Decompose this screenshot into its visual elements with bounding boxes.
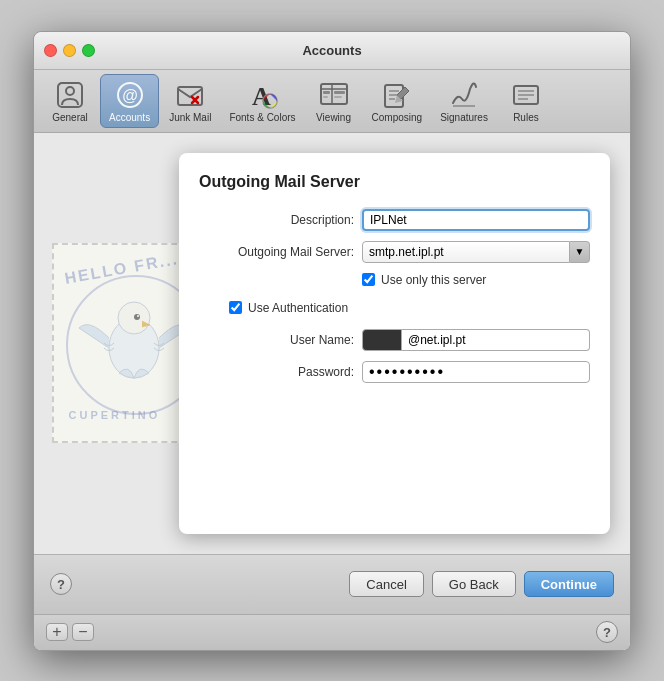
accounts-icon: @	[114, 79, 146, 111]
username-suffix-input[interactable]	[402, 329, 590, 351]
description-row: Description:	[199, 209, 590, 231]
maximize-button[interactable]	[82, 44, 95, 57]
signatures-label: Signatures	[440, 112, 488, 123]
toolbar-viewing[interactable]: Viewing	[306, 75, 362, 127]
server-select-wrapper: ▼	[362, 241, 590, 263]
stamp-cupertino-text: CUPERTINO	[69, 409, 161, 421]
help-icon-label: ?	[57, 577, 65, 592]
toolbar-accounts[interactable]: @ Accounts	[100, 74, 159, 128]
titlebar: Accounts	[34, 32, 630, 70]
toolbar-fonts-colors[interactable]: A Fonts & Colors	[221, 75, 303, 127]
use-only-server-checkbox[interactable]	[362, 273, 375, 286]
toolbar-junk-mail[interactable]: Junk Mail	[161, 75, 219, 127]
use-authentication-label: Use Authentication	[248, 301, 348, 315]
bottom-help-button[interactable]: ?	[596, 621, 618, 643]
username-row: User Name:	[199, 329, 590, 351]
remove-button[interactable]: −	[72, 623, 94, 641]
help-button[interactable]: ?	[50, 573, 72, 595]
bottom-help-label: ?	[603, 625, 611, 640]
add-button[interactable]: +	[46, 623, 68, 641]
eagle-illustration	[74, 283, 194, 403]
svg-point-27	[134, 314, 140, 320]
rules-label: Rules	[513, 112, 539, 123]
username-label: User Name:	[199, 333, 354, 347]
use-authentication-checkbox[interactable]	[229, 301, 242, 314]
dialog-panel: Outgoing Mail Server Description: Outgoi…	[179, 153, 610, 534]
use-only-server-row: Use only this server	[362, 273, 590, 287]
password-label: Password:	[199, 365, 354, 379]
window-title: Accounts	[302, 43, 361, 58]
close-button[interactable]	[44, 44, 57, 57]
server-label: Outgoing Mail Server:	[199, 245, 354, 259]
fonts-colors-icon: A	[246, 79, 278, 111]
bottom-buttons-bar: ? Cancel Go Back Continue	[34, 554, 630, 614]
auth-row: Use Authentication	[229, 301, 590, 315]
signatures-icon	[448, 79, 480, 111]
description-input[interactable]	[362, 209, 590, 231]
main-window: Accounts General @ Accounts	[33, 31, 631, 651]
server-input[interactable]	[362, 241, 570, 263]
toolbar: General @ Accounts Junk Mail	[34, 70, 630, 133]
svg-text:@: @	[122, 87, 138, 104]
svg-point-1	[66, 87, 74, 95]
rules-icon	[510, 79, 542, 111]
password-input[interactable]	[362, 361, 590, 383]
viewing-label: Viewing	[316, 112, 351, 123]
general-label: General	[52, 112, 88, 123]
password-row: Password:	[199, 361, 590, 383]
svg-rect-12	[323, 91, 330, 94]
svg-point-28	[137, 315, 139, 317]
toolbar-signatures[interactable]: Signatures	[432, 75, 496, 127]
go-back-button[interactable]: Go Back	[432, 571, 516, 597]
toolbar-rules[interactable]: Rules	[498, 75, 554, 127]
junk-mail-label: Junk Mail	[169, 112, 211, 123]
viewing-icon	[318, 79, 350, 111]
svg-rect-14	[334, 91, 345, 94]
fonts-colors-label: Fonts & Colors	[229, 112, 295, 123]
composing-label: Composing	[372, 112, 423, 123]
toolbar-composing[interactable]: Composing	[364, 75, 431, 127]
username-input-wrapper	[362, 329, 590, 351]
svg-point-26	[118, 302, 150, 334]
general-icon	[54, 79, 86, 111]
main-content: HELLO FR... CUPERTINO	[34, 133, 630, 554]
svg-rect-13	[323, 96, 328, 98]
composing-icon	[381, 79, 413, 111]
toolbar-general[interactable]: General	[42, 75, 98, 127]
bottom-bar: + − ?	[34, 614, 630, 650]
svg-rect-15	[334, 96, 342, 98]
traffic-lights	[44, 44, 95, 57]
accounts-label: Accounts	[109, 112, 150, 123]
server-dropdown-arrow[interactable]: ▼	[570, 241, 590, 263]
continue-button[interactable]: Continue	[524, 571, 614, 597]
server-row: Outgoing Mail Server: ▼	[199, 241, 590, 263]
description-label: Description:	[199, 213, 354, 227]
minimize-button[interactable]	[63, 44, 76, 57]
junk-mail-icon	[174, 79, 206, 111]
use-only-server-label: Use only this server	[381, 273, 486, 287]
username-color-block	[362, 329, 402, 351]
dialog-title: Outgoing Mail Server	[199, 173, 590, 191]
cancel-button[interactable]: Cancel	[349, 571, 423, 597]
